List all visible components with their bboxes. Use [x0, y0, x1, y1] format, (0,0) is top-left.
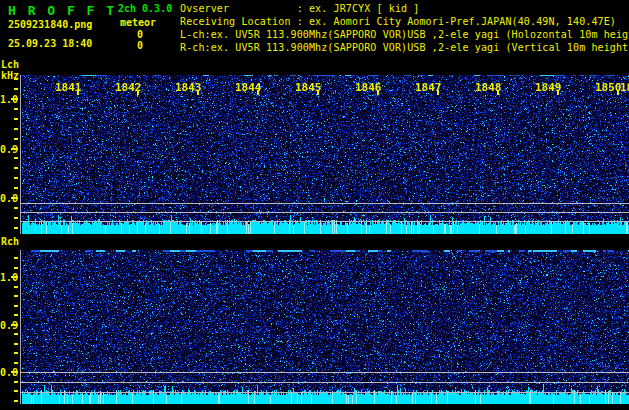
- freq-major-tick: [11, 148, 18, 150]
- minute-tick: [437, 90, 439, 95]
- freq-major-tick: [11, 371, 18, 373]
- freq-minor-tick: [14, 305, 18, 307]
- time-label-clipped: 18: [620, 81, 629, 94]
- freq-minor-tick: [14, 257, 18, 259]
- freq-minor-tick: [14, 400, 18, 402]
- freq-minor-tick: [14, 390, 18, 392]
- freq-minor-tick: [14, 88, 18, 90]
- app-title: H R O F F T: [8, 3, 116, 18]
- observer-line: Ovserver : ex. JR7CYX [ kid ]: [180, 3, 419, 14]
- output-filename: 2509231840.png: [8, 19, 92, 30]
- freq-minor-tick: [14, 207, 18, 209]
- rch-freq-label-0.9: 0.9: [0, 320, 18, 331]
- rch-rig-line: R-ch:ex. UV5R 113.900Mhz(SAPPORO VOR)USB…: [180, 42, 629, 53]
- freq-minor-tick: [14, 343, 18, 345]
- rch-channel-label: Rch: [1, 236, 19, 247]
- app-version: 2ch 0.3.0: [118, 3, 172, 14]
- observation-datetime: 25.09.23 18:40: [8, 38, 92, 49]
- freq-major-tick: [11, 98, 18, 100]
- lch-freq-label-0.9: 0.9: [0, 144, 18, 155]
- minute-tick: [197, 90, 199, 95]
- freq-minor-tick: [14, 227, 18, 229]
- freq-minor-tick: [14, 177, 18, 179]
- hrofft-output-image: H R O F F T 2ch 0.3.0 2509231840.png met…: [0, 0, 629, 410]
- freq-major-tick: [11, 324, 18, 326]
- freq-minor-tick: [14, 187, 18, 189]
- freq-minor-tick: [14, 138, 18, 140]
- minute-tick: [557, 90, 559, 95]
- lch-band-marker-line: [20, 203, 629, 204]
- freq-minor-tick: [14, 128, 18, 130]
- rch-freq-axis-line: [20, 250, 21, 404]
- freq-minor-tick: [14, 118, 18, 120]
- lch-spectrogram: [22, 75, 629, 234]
- meteor-count-lch: 0: [137, 29, 143, 40]
- lch-channel-label: Lch: [1, 59, 19, 70]
- minute-tick: [257, 90, 259, 95]
- freq-minor-tick: [14, 157, 18, 159]
- rch-band-marker-line: [20, 372, 629, 373]
- freq-minor-tick: [14, 267, 18, 269]
- freq-minor-tick: [14, 286, 18, 288]
- freq-minor-tick: [14, 217, 18, 219]
- rch-band-marker-line: [20, 382, 629, 383]
- minute-tick: [497, 90, 499, 95]
- minute-tick: [617, 90, 619, 95]
- minute-tick: [317, 90, 319, 95]
- freq-minor-tick: [14, 352, 18, 354]
- freq-major-tick: [11, 197, 18, 199]
- freq-major-tick: [11, 276, 18, 278]
- rch-spectrogram: [22, 250, 629, 404]
- lch-band-marker-line: [20, 221, 629, 222]
- freq-minor-tick: [14, 362, 18, 364]
- freq-minor-tick: [14, 167, 18, 169]
- freq-minor-tick: [14, 333, 18, 335]
- minute-tick: [137, 90, 139, 95]
- location-line: Receiving Location : ex. Aomori City Aom…: [180, 16, 616, 27]
- lch-freq-axis-line: [20, 75, 21, 234]
- freq-minor-tick: [14, 108, 18, 110]
- minute-tick: [377, 90, 379, 95]
- meteor-mode-label: meteor: [120, 17, 156, 28]
- rch-band-marker-line: [20, 392, 629, 393]
- freq-minor-tick: [14, 78, 18, 80]
- lch-rig-line: L-ch:ex. UV5R 113.900Mhz(SAPPORO VOR)USB…: [180, 29, 629, 40]
- meteor-count-rch: 0: [137, 40, 143, 51]
- freq-minor-tick: [14, 381, 18, 383]
- freq-minor-tick: [14, 314, 18, 316]
- freq-minor-tick: [14, 295, 18, 297]
- minute-tick: [77, 90, 79, 95]
- lch-band-marker-line: [20, 212, 629, 213]
